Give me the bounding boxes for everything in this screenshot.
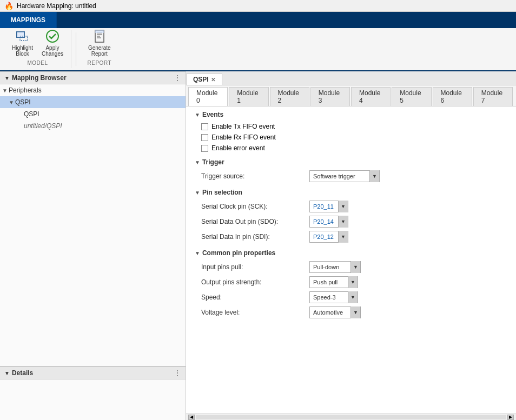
module-tab-3[interactable]: Module 3 [310, 87, 350, 106]
model-group-label: MODEL [27, 60, 48, 66]
tree-item-qspi-child1[interactable]: QSPI [0, 108, 186, 120]
enable-rx-fifo-row: Enable Rx FIFO event [195, 134, 507, 141]
speed-label: Speed: [201, 294, 309, 301]
sdo-pin-value: P20_14 ▼ [309, 216, 348, 228]
title-bar: 🔥 Hardware Mapping: untitled [0, 0, 516, 12]
sdo-pin-arrow: ▼ [338, 216, 348, 228]
enable-error-label: Enable error event [211, 144, 265, 152]
trigger-source-label: Trigger source: [201, 172, 309, 180]
peripherals-label: Peripherals [9, 86, 183, 94]
qspi-label: QSPI [15, 98, 183, 106]
trigger-section: ▼ Trigger Trigger source: Software trigg… [195, 158, 507, 182]
main-tab-bar: MAPPINGS [0, 12, 516, 28]
details-panel: ▼ Details ⋮ [0, 366, 186, 420]
qspi-tab-label: QSPI [193, 76, 209, 83]
pin-selection-arrow: ▼ [195, 190, 200, 196]
svg-rect-2 [17, 32, 24, 37]
scroll-track[interactable] [196, 415, 506, 419]
sdo-pin-dropdown[interactable]: P20_14 ▼ [309, 216, 348, 228]
speed-dropdown[interactable]: Speed-3 ▼ [309, 291, 358, 303]
tree-item-peripherals[interactable]: ▼ Peripherals [0, 84, 186, 96]
input-pins-pull-dropdown[interactable]: Pull-down ▼ [309, 261, 361, 273]
module-tab-1[interactable]: Module 1 [229, 87, 268, 106]
peripherals-arrow: ▼ [2, 88, 9, 94]
content-area: ▼ Events Enable Tx FIFO event Enable Rx … [186, 106, 516, 414]
sdi-pin-row: Serial Data In pin (SDI): P20_12 ▼ [195, 231, 507, 243]
sdi-pin-dropdown[interactable]: P20_12 ▼ [309, 231, 348, 243]
output-pins-strength-label: Output pins strength: [201, 278, 309, 286]
scroll-left-arrow[interactable]: ◀ [188, 415, 195, 420]
qspi-inner-tab[interactable]: QSPI ✕ [186, 74, 222, 85]
trigger-header[interactable]: ▼ Trigger [195, 158, 507, 166]
pin-selection-header[interactable]: ▼ Pin selection [195, 189, 507, 196]
mappings-tab[interactable]: MAPPINGS [0, 12, 57, 28]
apply-changes-icon [45, 29, 60, 44]
sdi-pin-arrow: ▼ [338, 231, 348, 243]
sck-pin-arrow: ▼ [338, 201, 348, 212]
common-pin-properties-header[interactable]: ▼ Common pin properties [195, 249, 507, 257]
module-tab-0[interactable]: Module 0 [188, 87, 228, 106]
events-section: ▼ Events Enable Tx FIFO event Enable Rx … [195, 111, 507, 152]
module-tab-7[interactable]: Module 7 [473, 87, 513, 106]
sck-pin-dropdown[interactable]: P20_11 ▼ [309, 201, 348, 212]
input-pins-pull-selected: Pull-down [310, 264, 350, 270]
qspi-close-icon[interactable]: ✕ [211, 77, 215, 83]
trigger-source-arrow: ▼ [369, 170, 379, 182]
pin-selection-section: ▼ Pin selection Serial Clock pin (SCK): … [195, 189, 507, 243]
enable-tx-fifo-checkbox[interactable] [201, 123, 208, 130]
speed-value: Speed-3 ▼ [309, 291, 358, 303]
generate-report-label: GenerateReport [88, 45, 111, 57]
sdo-pin-selected: P20_14 [310, 218, 338, 225]
svg-rect-9 [95, 30, 104, 33]
apply-changes-label: ApplyChanges [42, 45, 63, 57]
main-layout: ▼ Mapping Browser ⋮ ▼ Peripherals ▼ QSPI… [0, 71, 516, 420]
sdi-pin-selected: P20_12 [310, 234, 338, 240]
output-pins-strength-dropdown[interactable]: Push pull ▼ [309, 276, 358, 288]
events-header[interactable]: ▼ Events [195, 111, 507, 118]
scroll-right-arrow[interactable]: ▶ [507, 415, 514, 420]
toolbar: HighlightBlock ApplyChanges MODEL [0, 28, 516, 71]
model-group: HighlightBlock ApplyChanges MODEL [4, 30, 71, 68]
left-panel: ▼ Mapping Browser ⋮ ▼ Peripherals ▼ QSPI… [0, 71, 186, 420]
window-title: Hardware Mapping: untitled [17, 2, 96, 10]
sdo-pin-label: Serial Data Out pin (SDO): [201, 218, 309, 225]
enable-tx-fifo-row: Enable Tx FIFO event [195, 123, 507, 130]
voltage-level-row: Voltage level: Automotive ▼ [195, 306, 507, 318]
common-pin-arrow: ▼ [195, 250, 200, 256]
module-tab-2[interactable]: Module 2 [270, 87, 309, 106]
module-tab-4[interactable]: Module 4 [351, 87, 391, 106]
horizontal-scrollbar[interactable]: ◀ ▶ [186, 414, 516, 420]
sdi-pin-value: P20_12 ▼ [309, 231, 348, 243]
sdi-pin-label: Serial Data In pin (SDI): [201, 233, 309, 241]
tree-container: ▼ Peripherals ▼ QSPI QSPI untitled/QSPI [0, 84, 186, 366]
module-tab-6[interactable]: Module 6 [433, 87, 472, 106]
svg-point-3 [47, 30, 58, 42]
enable-rx-fifo-checkbox[interactable] [201, 134, 208, 141]
generate-report-icon [92, 29, 107, 44]
module-tab-5[interactable]: Module 5 [392, 87, 431, 106]
mapping-browser-chevron: ▼ [4, 75, 10, 81]
enable-error-row: Enable error event [195, 144, 507, 152]
trigger-source-row: Trigger source: Software trigger ▼ [195, 170, 507, 182]
details-chevron: ▼ [4, 370, 10, 376]
right-panel: QSPI ✕ Module 0 Module 1 Module 2 Module… [186, 71, 516, 420]
tree-item-qspi[interactable]: ▼ QSPI [0, 96, 186, 108]
trigger-source-dropdown[interactable]: Software trigger ▼ [309, 170, 380, 182]
details-menu[interactable]: ⋮ [174, 369, 181, 377]
report-group: GenerateReport REPORT [81, 30, 118, 68]
mapping-browser-menu[interactable]: ⋮ [174, 74, 181, 82]
voltage-level-dropdown[interactable]: Automotive ▼ [309, 306, 361, 318]
output-pins-strength-value: Push pull ▼ [309, 276, 358, 288]
events-arrow: ▼ [195, 112, 200, 118]
highlight-block-button[interactable]: HighlightBlock [9, 28, 36, 58]
details-header: ▼ Details ⋮ [0, 366, 186, 379]
pin-selection-title: Pin selection [202, 189, 242, 196]
qspi-child1-label: QSPI [24, 110, 183, 118]
speed-selected: Speed-3 [310, 294, 348, 301]
apply-changes-button[interactable]: ApplyChanges [38, 28, 67, 58]
enable-error-checkbox[interactable] [201, 145, 208, 152]
generate-report-button[interactable]: GenerateReport [85, 28, 114, 58]
enable-tx-fifo-label: Enable Tx FIFO event [211, 123, 275, 130]
trigger-source-selected: Software trigger [310, 173, 369, 179]
tree-item-qspi-child2[interactable]: untitled/QSPI [0, 120, 186, 132]
